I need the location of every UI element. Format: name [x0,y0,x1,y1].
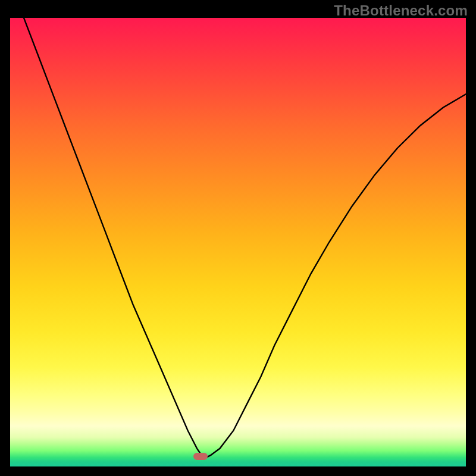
app-frame: TheBottleneck.com [0,0,476,476]
curve-path [10,18,466,458]
bottleneck-curve [10,18,466,466]
plot-area [10,18,466,466]
watermark-label: TheBottleneck.com [334,2,468,19]
optimum-marker [193,453,208,460]
